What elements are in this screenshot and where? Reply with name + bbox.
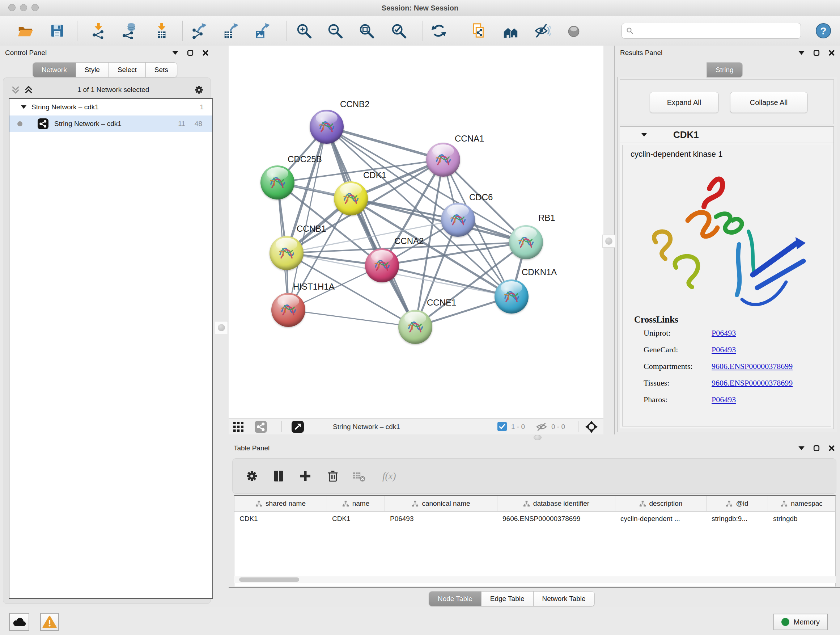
network-node-CCNA2[interactable] <box>365 249 399 282</box>
column-header[interactable]: description <box>615 496 706 511</box>
tab-network-table[interactable]: Network Table <box>534 591 595 606</box>
splitter-collapse-handle[interactable] <box>602 234 615 248</box>
hidden-eye-icon[interactable] <box>535 422 548 432</box>
network-node-CDKN1A[interactable] <box>494 279 529 314</box>
tab-node-table[interactable]: Node Table <box>429 591 482 606</box>
create-column-icon[interactable] <box>296 467 314 485</box>
tab-edge-table[interactable]: Edge Table <box>482 591 534 606</box>
maximize-panel-icon[interactable] <box>187 50 194 56</box>
table-cell[interactable]: P06493 <box>385 511 497 526</box>
memory-button[interactable]: Memory <box>774 614 828 630</box>
table-cell[interactable]: stringdb:9... <box>706 511 768 526</box>
splitter-handle[interactable] <box>534 435 542 440</box>
refresh-button[interactable] <box>429 21 448 40</box>
search-input[interactable] <box>636 27 796 35</box>
column-header[interactable]: canonical name <box>385 496 497 511</box>
splitter-collapse-handle[interactable] <box>215 321 228 334</box>
expand-all-networks-icon[interactable] <box>24 86 33 94</box>
crosslink-value-link[interactable]: 9606.ENSP00000378699 <box>712 362 793 371</box>
show-columns-icon[interactable] <box>270 467 287 485</box>
float-panel-icon[interactable] <box>172 51 178 55</box>
network-options-gear-icon[interactable] <box>193 84 205 96</box>
close-panel-icon[interactable] <box>829 50 835 56</box>
scrollbar-thumb[interactable] <box>239 578 299 582</box>
network-node-CDC6[interactable] <box>441 203 475 237</box>
network-collection-row[interactable]: String Network – cdk1 1 <box>9 99 212 116</box>
table-row[interactable]: CDK1 CDK1 P06493 9606.ENSP00000378699 cy… <box>234 511 835 526</box>
selected-checkbox-icon[interactable] <box>497 421 507 432</box>
crosslink-value-link[interactable]: P06493 <box>712 328 736 338</box>
tab-string[interactable]: String <box>706 62 743 78</box>
table-options-gear-icon[interactable] <box>243 467 261 485</box>
close-panel-icon[interactable] <box>829 445 835 451</box>
import-network-database-button[interactable] <box>119 21 138 40</box>
column-header[interactable]: @id <box>706 496 768 511</box>
column-header[interactable]: database identifier <box>497 496 615 511</box>
clone-network-button[interactable] <box>469 21 488 40</box>
tab-style[interactable]: Style <box>76 62 109 78</box>
tab-sets[interactable]: Sets <box>146 62 177 78</box>
show-hide-graphics-button[interactable] <box>533 21 552 40</box>
table-cell[interactable]: 9606.ENSP00000378699 <box>497 511 615 526</box>
zoom-fit-button[interactable] <box>357 21 376 40</box>
table-cell[interactable]: CDK1 <box>327 511 385 526</box>
crosslink-value-link[interactable]: 9606.ENSP00000378699 <box>712 378 793 388</box>
network-node-CDK1[interactable] <box>334 181 368 215</box>
hosted-networks-button[interactable] <box>501 21 520 40</box>
warnings-button[interactable] <box>40 613 59 631</box>
crosslink-value-link[interactable]: P06493 <box>712 395 736 404</box>
grid-view-icon[interactable] <box>232 420 245 434</box>
table-panel-header: Table Panel <box>229 441 840 455</box>
section-collapse-caret-icon[interactable] <box>641 133 647 137</box>
tab-network[interactable]: Network <box>33 62 76 78</box>
save-session-button[interactable] <box>48 21 66 40</box>
table-horizontal-scrollbar[interactable] <box>234 576 836 583</box>
center-view-crosshair-icon[interactable] <box>584 420 598 433</box>
vertical-splitter-left[interactable] <box>214 46 229 607</box>
gene-section-header[interactable]: CDK1 <box>620 127 834 143</box>
network-node-CCNB2[interactable] <box>309 110 344 144</box>
column-header[interactable]: name <box>327 496 385 511</box>
collapse-all-button[interactable]: Collapse All <box>730 92 807 113</box>
maximize-panel-icon[interactable] <box>813 445 820 451</box>
birds-eye-view-icon[interactable] <box>291 420 305 434</box>
export-table-button[interactable] <box>221 21 240 40</box>
import-network-file-button[interactable] <box>88 21 107 40</box>
horizontal-splitter[interactable] <box>229 434 840 441</box>
close-panel-icon[interactable] <box>202 50 209 56</box>
table-cell[interactable]: stringdb <box>768 511 835 526</box>
network-row-selected[interactable]: String Network – cdk1 11 48 <box>9 116 212 132</box>
network-badge-gray-icon[interactable] <box>254 420 268 434</box>
maximize-panel-icon[interactable] <box>813 50 820 56</box>
open-file-button[interactable] <box>16 21 35 40</box>
delete-column-trash-icon[interactable] <box>324 467 342 485</box>
network-node-CCNB1[interactable] <box>270 236 303 270</box>
vertical-splitter-right[interactable] <box>603 46 615 434</box>
column-header[interactable]: namespac <box>768 496 835 511</box>
network-node-CCNE1[interactable] <box>398 310 432 344</box>
crosslink-value-link[interactable]: P06493 <box>712 345 736 355</box>
expand-all-button[interactable]: Expand All <box>650 92 718 113</box>
tab-select[interactable]: Select <box>109 62 146 78</box>
network-node-RB1[interactable] <box>509 225 543 259</box>
table-cell[interactable]: cyclin-dependent ... <box>615 511 706 526</box>
help-button[interactable] <box>815 21 832 40</box>
network-node-HIST1H1A[interactable] <box>271 293 305 327</box>
zoom-out-button[interactable] <box>325 21 344 40</box>
float-panel-icon[interactable] <box>798 51 805 55</box>
export-network-button[interactable] <box>189 21 208 40</box>
cloud-status-button[interactable] <box>9 613 29 631</box>
column-header[interactable]: shared name <box>234 496 327 511</box>
table-cell[interactable]: CDK1 <box>234 511 327 526</box>
network-node-CDC25B[interactable] <box>261 165 294 200</box>
collapse-all-networks-icon[interactable] <box>11 86 20 94</box>
float-panel-icon[interactable] <box>798 447 805 450</box>
zoom-selected-button[interactable] <box>389 21 408 40</box>
highlight-button[interactable] <box>564 21 583 40</box>
network-node-CCNA1[interactable] <box>426 143 460 177</box>
collection-expand-caret-icon[interactable] <box>21 105 27 109</box>
zoom-in-button[interactable] <box>294 21 313 40</box>
import-table-button[interactable] <box>152 21 171 40</box>
export-image-button[interactable] <box>253 21 271 40</box>
network-canvas[interactable]: CCNB2CCNA1CDC25BCDK1CDC6RB1CCNB1CCNA2CDK… <box>229 46 603 418</box>
